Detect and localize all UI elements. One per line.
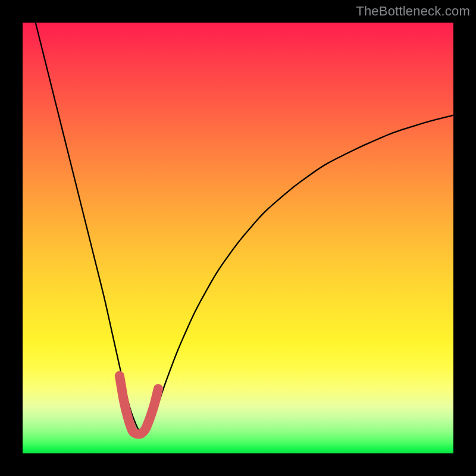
curves-svg [23, 23, 453, 453]
plot-area [23, 23, 453, 453]
chart-frame: TheBottleneck.com [0, 0, 476, 476]
watermark-text: TheBottleneck.com [356, 4, 470, 19]
bottleneck-curve [36, 23, 453, 432]
bottleneck-minimum-highlight [120, 376, 158, 434]
